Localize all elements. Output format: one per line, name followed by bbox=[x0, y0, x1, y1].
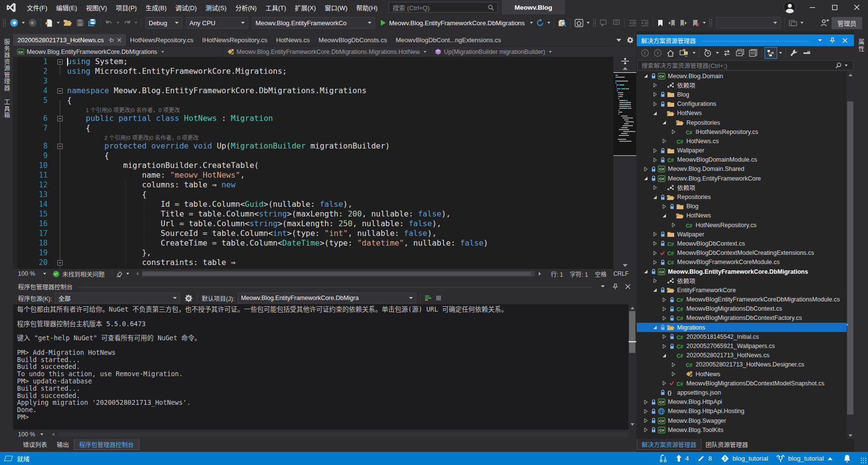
startup-project-combo[interactable]: Meowv.Blog.EntityFrameworkCo bbox=[252, 17, 375, 29]
tree-expander-collapsed[interactable] bbox=[660, 334, 668, 339]
tree-expander-collapsed[interactable] bbox=[669, 130, 677, 134]
se-preview-selected-items-button[interactable] bbox=[801, 47, 813, 59]
code-cleanup-dropdown[interactable] bbox=[126, 273, 129, 275]
pmc-hscroll-left-arrow[interactable] bbox=[52, 432, 54, 436]
code-cleanup-icon[interactable] bbox=[116, 270, 123, 277]
tree-expander-expanded[interactable] bbox=[651, 325, 659, 330]
caret-line-indicator[interactable]: 行: 1 bbox=[544, 270, 563, 278]
linked-editing-dropdown[interactable] bbox=[800, 22, 803, 24]
menu-测试[interactable]: 测试(S) bbox=[201, 0, 231, 15]
code-editor[interactable]: 1using System;2using Microsoft.EntityFra… bbox=[13, 57, 636, 269]
toolbar-grip[interactable] bbox=[593, 18, 596, 27]
solution-platform-combo[interactable]: Any CPU bbox=[186, 17, 248, 29]
se-show-all-files-toggle[interactable] bbox=[765, 47, 777, 59]
tree-item[interactable]: Blog bbox=[637, 202, 854, 211]
navbar-dropdown-project[interactable]: C#Meowv.Blog.EntityFrameworkCore.DbMigra… bbox=[13, 47, 223, 57]
tree-item[interactable]: Wallpaper bbox=[637, 230, 854, 239]
close-button[interactable] bbox=[846, 0, 868, 15]
pmc-zoom-level[interactable]: 100 % bbox=[13, 431, 40, 438]
tree-item[interactable]: 依赖项 bbox=[637, 276, 854, 285]
fold-collapse-box[interactable] bbox=[57, 144, 63, 149]
se-switch-views-button[interactable] bbox=[678, 47, 691, 59]
tree-item[interactable]: C#MeowvBlogMigrationsDbContextModelSnaps… bbox=[637, 379, 854, 388]
uncomment-button[interactable] bbox=[611, 17, 622, 29]
toolbar-grip[interactable] bbox=[2, 18, 6, 27]
line-ending-indicator[interactable]: CRLF bbox=[607, 270, 636, 277]
caret-column-indicator[interactable]: 字符: 1 bbox=[563, 270, 588, 278]
tree-item[interactable]: HotNews bbox=[637, 109, 854, 118]
solution-explorer-search-input[interactable]: 搜索解决方案资源管理器(Ctrl+;) bbox=[637, 60, 853, 70]
hot-reload-button[interactable] bbox=[535, 17, 545, 29]
code-area[interactable]: 1using System;2using Microsoft.EntityFra… bbox=[17, 57, 613, 269]
maximize-button[interactable] bbox=[823, 0, 846, 15]
tab-list-dropdown-icon[interactable] bbox=[613, 34, 624, 46]
default-project-combo[interactable]: Meowv.Blog.EntityFrameworkCore.DbMigra bbox=[238, 293, 416, 303]
navbar-dropdown-type[interactable]: Meowv.Blog.EntityFrameworkCore.DbMigrati… bbox=[223, 47, 431, 57]
codelens-indicator[interactable]: 2 个引用|0 项更改|0 名作者，0 项更改 bbox=[67, 135, 199, 141]
tree-expander-expanded[interactable] bbox=[660, 214, 668, 218]
se-properties-wrench-button[interactable] bbox=[788, 47, 800, 59]
navigate-back-dropdown[interactable] bbox=[22, 22, 25, 24]
open-file-button[interactable] bbox=[62, 17, 74, 29]
tree-item[interactable]: 依赖项 bbox=[637, 81, 854, 90]
tree-item[interactable]: C#20200527065921_Wallpapers.cs bbox=[637, 341, 854, 350]
menu-项目[interactable]: 项目(P) bbox=[111, 0, 141, 15]
solution-configuration-combo[interactable]: Debug bbox=[145, 17, 182, 29]
tab-options-gear-icon[interactable] bbox=[624, 34, 636, 46]
fold-collapse-box[interactable] bbox=[57, 88, 63, 94]
tree-item[interactable]: C#20200528021713_HotNews.cs bbox=[637, 351, 854, 360]
se-search-dropdown[interactable] bbox=[845, 65, 848, 66]
run-target-dropdown[interactable] bbox=[530, 22, 533, 24]
tree-item[interactable]: C#MeowvBlogMigrationsDbContext.cs bbox=[637, 304, 854, 314]
tree-expander-collapsed[interactable] bbox=[660, 307, 668, 311]
stop-button[interactable] bbox=[434, 292, 443, 304]
document-tab[interactable]: MeowvBlogDbCont...ngExtensions.cs bbox=[391, 34, 506, 46]
tree-item[interactable]: C#HotNewsRepository.cs bbox=[637, 220, 854, 230]
pmc-pin-icon[interactable] bbox=[613, 283, 618, 290]
editor-scrollbar-minimap[interactable] bbox=[613, 57, 636, 269]
undo-dropdown[interactable] bbox=[117, 22, 119, 24]
tree-item[interactable]: Configurations bbox=[637, 100, 854, 109]
tree-expander-collapsed[interactable] bbox=[642, 428, 649, 432]
tree-item[interactable]: C#Meowv.Blog.EntityFrameworkCore.DbMigra… bbox=[637, 267, 854, 276]
tab-pin-icon[interactable] bbox=[108, 37, 114, 43]
linked-editing-button[interactable] bbox=[787, 17, 799, 29]
se-pending-changes-filter-button[interactable] bbox=[702, 47, 714, 59]
tree-item[interactable]: HotNews bbox=[637, 211, 854, 220]
se-properties-button[interactable] bbox=[747, 47, 759, 59]
panel-tab-输出[interactable]: 输出 bbox=[52, 439, 74, 450]
menu-帮助[interactable]: 帮助(H) bbox=[352, 0, 382, 15]
tree-expander-collapsed[interactable] bbox=[669, 363, 677, 367]
tree-expander-collapsed[interactable] bbox=[669, 372, 677, 376]
git-outgoing-button[interactable]: 4 bbox=[676, 455, 689, 462]
tree-expander-collapsed[interactable] bbox=[669, 223, 677, 227]
tree-expander-expanded[interactable] bbox=[660, 353, 668, 358]
menu-视图[interactable]: 视图(V) bbox=[82, 0, 111, 15]
pmc-title-bar[interactable]: 程序包管理器控制台 bbox=[13, 281, 636, 292]
new-file-dropdown[interactable] bbox=[57, 22, 60, 24]
document-tab[interactable]: MeowvBlogDbConsts.cs bbox=[314, 34, 391, 46]
notifications-bell-button[interactable] bbox=[844, 455, 851, 463]
solution-explorer-home-button[interactable] bbox=[573, 17, 585, 29]
tree-expander-collapsed[interactable] bbox=[651, 158, 659, 162]
tree-item[interactable]: C#Meowv.Blog.Domain bbox=[637, 71, 854, 81]
scroll-down-arrow[interactable] bbox=[613, 262, 636, 269]
redo-button[interactable] bbox=[121, 17, 133, 29]
tree-expander-expanded[interactable] bbox=[642, 74, 649, 78]
editor-zoom-level[interactable]: 100 % bbox=[13, 270, 43, 277]
decrease-indent-button[interactable] bbox=[627, 17, 638, 29]
code-health-label[interactable]: 未找到相关问题 bbox=[62, 269, 105, 279]
menu-编辑[interactable]: 编辑(E) bbox=[52, 0, 82, 15]
send-feedback-button[interactable] bbox=[819, 17, 831, 29]
horizontal-scrollbar[interactable] bbox=[142, 271, 535, 277]
package-source-combo[interactable]: 全部 bbox=[55, 293, 180, 303]
editor-split-handle[interactable] bbox=[621, 58, 630, 65]
tree-expander-collapsed[interactable] bbox=[651, 92, 659, 97]
se-search-icon[interactable] bbox=[835, 62, 842, 68]
solution-explorer-position-dropdown[interactable] bbox=[818, 39, 822, 41]
toolbar-grip[interactable] bbox=[709, 18, 713, 27]
undo-button[interactable] bbox=[103, 17, 115, 29]
minimize-button[interactable] bbox=[801, 0, 823, 15]
home-dropdown[interactable] bbox=[587, 22, 590, 24]
user-avatar[interactable] bbox=[783, 1, 796, 14]
